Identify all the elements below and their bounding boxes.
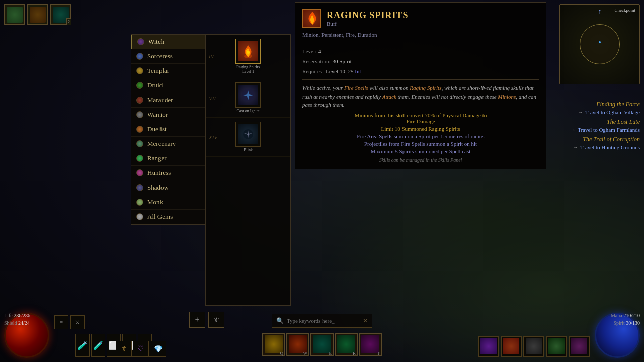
br-skill-2[interactable] [501,336,522,357]
top-skill-2[interactable] [27,4,48,25]
inv-item-3[interactable]: 💎 [150,341,166,357]
bottom-right-skill-icons [478,336,590,357]
quest-panel: Finding the Force → Travel to Ogham Vill… [499,101,640,153]
top-skill-2-icon [30,7,46,23]
tooltip-gem-title: Raging Spirits [327,10,409,21]
druid-icon [136,82,143,89]
tooltip-reservation-value: 30 Spirit [333,58,352,64]
inventory-quick-items: 🗡 🛡 💎 [116,341,166,357]
huntress-icon [136,169,143,176]
top-skill-1-icon [7,7,23,23]
class-item-warrior[interactable]: Warrior [131,108,206,122]
svg-point-1 [247,51,250,54]
shadow-label: Shadow [147,184,169,192]
class-item-druid[interactable]: Druid [131,78,206,93]
bottom-skill-q[interactable]: Q [262,333,285,356]
equipment-button[interactable]: ⚔ [70,315,85,329]
class-item-duelist[interactable]: Duelist [131,122,206,137]
merc-icon [136,140,143,147]
top-skill-3[interactable]: 2 [50,4,71,25]
bottom-skill-r[interactable]: R [335,333,358,356]
spirit-label: Spirit [613,320,624,326]
add-skill-button[interactable]: + [189,312,205,328]
skills-panel-button[interactable]: 🗡 [208,312,224,328]
gem-roman-1: IV [209,53,214,59]
br-skill-3-icon [526,338,542,354]
quest-title-1: Finding the Force [499,101,640,108]
class-item-all-gems[interactable]: All Gems [131,210,206,224]
tooltip-requires-label: Requires: [302,68,324,74]
class-item-shadow[interactable]: Shadow [131,180,206,195]
class-item-templar[interactable]: Templar [131,64,206,78]
gem-slot-row-1: IV Raging SpiritsLevel 1 [206,35,290,78]
inv-item-1[interactable]: 🗡 [116,341,132,357]
top-skill-1[interactable] [4,4,25,25]
class-item-mercenary[interactable]: Mercenary [131,137,206,151]
class-item-ranger[interactable]: Ranger [131,151,206,166]
potion-2[interactable]: 🧪 [91,334,105,357]
stats-left-panel: Life 286/286 Shield 24/24 [4,312,30,327]
tooltip-reservation-line: Reservation: 30 Spirit [302,56,539,65]
minimap-circle [580,24,620,64]
quest-arrow-2: → [570,127,576,133]
search-icon: 🔍 [276,317,284,325]
br-skill-5[interactable] [569,336,590,357]
quest-action-label-1: Travel to Ogham Village [585,109,640,115]
class-item-witch[interactable]: Witch [131,35,206,49]
tooltip-note: Skills can be managed in the Skills Pane… [302,157,539,163]
tooltip-gem-icon [302,9,321,28]
quest-section-3: The Trail of Corruption → Travel to Hunt… [499,136,640,150]
duelist-label: Duelist [147,125,167,133]
inv-item-2[interactable]: 🛡 [133,341,149,357]
warrior-icon [136,111,143,118]
gem-slot-2[interactable] [235,82,261,108]
quest-action-2[interactable]: → Travel to Ogham Farmlands [499,127,640,133]
class-item-monk[interactable]: Monk [131,195,206,210]
class-item-marauder[interactable]: Marauder [131,93,206,108]
skill-bar-bottom: Q W E R T [262,333,382,356]
sorc-label: Sorceress [147,52,173,60]
br-skill-3[interactable] [523,336,544,357]
class-item-huntress[interactable]: Huntress [131,166,206,180]
huntress-label: Huntress [147,169,171,177]
marauder-icon [136,97,143,104]
class-item-sorceress[interactable]: Sorceress [131,49,206,64]
quest-action-3[interactable]: → Travel to Hunting Grounds [499,144,640,150]
gem-container-3: Blink [210,120,286,154]
menu-button[interactable]: ≡ [54,315,68,329]
ranger-label: Ranger [147,154,167,162]
tooltip-header: Raging Spirits Buff [302,9,539,28]
tooltip-tags: Minion, Persistent, Fire, Duration [302,32,539,38]
minimap-checkpoint: Checkpoint [615,8,636,13]
br-skill-1[interactable] [478,336,499,357]
key-hint-r: R [353,351,356,356]
gem-slot-1[interactable] [235,39,261,64]
gem-slot-3[interactable] [235,122,261,147]
mana-stat: Mana 210/210 [611,312,640,319]
gem-container-2: Cast on Ignite [210,80,286,115]
tooltip-requires-line: Requires: Level 10, 25 Int [302,66,539,75]
br-skill-4[interactable] [546,336,567,357]
shield-value: 24/24 [18,320,30,326]
gems-panel: IV Raging SpiritsLevel 1 VII [205,34,291,306]
minimap[interactable]: ↑ Checkpoint [559,4,640,84]
search-input[interactable] [287,318,352,324]
bottom-skill-t[interactable]: T [359,333,382,356]
mana-value: 210/210 [623,313,640,318]
search-clear-icon[interactable]: ✕ [363,317,368,325]
gem-cast-ignite-icon [238,85,258,105]
tooltip-requires-value: Level 10, 25 Int [326,68,361,74]
search-bar: 🔍 ✕ [272,314,372,328]
key-hint-e: E [329,351,332,356]
marauder-label: Marauder [147,96,173,104]
player-dot [599,41,601,43]
bottom-skill-w[interactable]: W [286,333,309,356]
spirit-stat: Spirit 30/130 [611,319,640,327]
temp-icon [136,67,143,74]
gem-container-1: Raging SpiritsLevel 1 [210,37,286,76]
potion-1[interactable]: 🧪 [75,334,90,357]
top-skill-3-badge: 2 [66,18,72,25]
tooltip-reservation-label: Reservation: [302,58,331,64]
bottom-skill-e[interactable]: E [310,333,334,356]
quest-action-1[interactable]: → Travel to Ogham Village [499,109,640,115]
